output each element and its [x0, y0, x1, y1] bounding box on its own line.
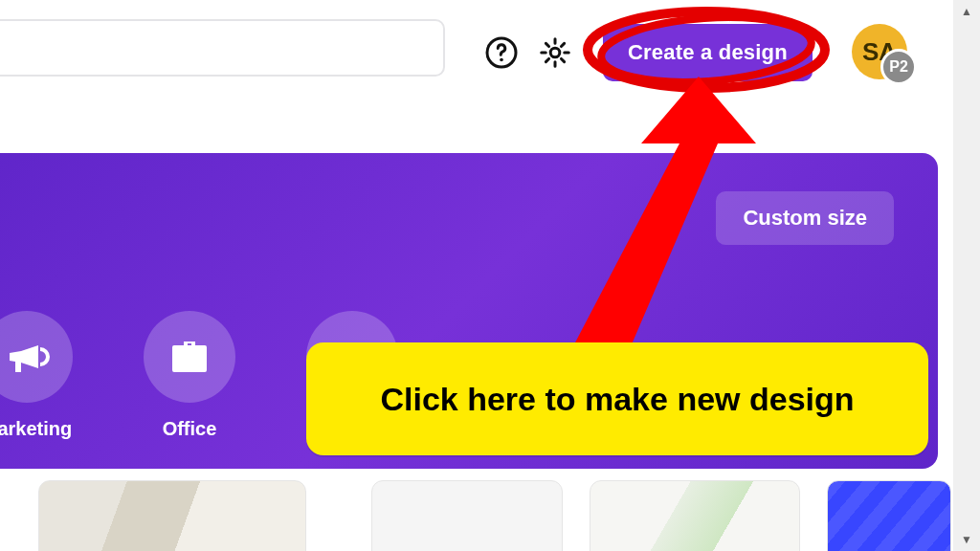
top-bar: Create a design SA P2 — [0, 0, 953, 105]
help-icon[interactable] — [482, 33, 521, 72]
custom-size-label: Custom size — [743, 206, 867, 230]
create-design-button[interactable]: Create a design — [603, 24, 813, 81]
svg-point-2 — [550, 48, 560, 57]
scroll-up-arrow-icon[interactable]: ▲ — [953, 0, 980, 23]
briefcase-icon — [144, 311, 235, 403]
vertical-scrollbar[interactable]: ▲ ▼ — [953, 0, 980, 551]
category-office[interactable]: Office — [144, 311, 235, 440]
custom-size-button[interactable]: Custom size — [716, 191, 894, 245]
svg-point-1 — [500, 58, 503, 62]
create-design-label: Create a design — [628, 40, 788, 65]
template-thumb[interactable] — [590, 480, 800, 551]
annotation-callout: Click here to make new design — [306, 342, 928, 455]
template-thumbnails — [0, 480, 953, 551]
app-viewport: Create a design SA P2 Custom size Market… — [0, 0, 953, 551]
avatar-badge-text: P2 — [889, 58, 908, 76]
scroll-down-arrow-icon[interactable]: ▼ — [953, 528, 980, 551]
template-thumb[interactable] — [371, 480, 563, 551]
user-avatar[interactable]: SA P2 — [852, 24, 907, 79]
avatar-plan-badge: P2 — [880, 49, 917, 85]
megaphone-icon — [0, 311, 73, 403]
category-marketing[interactable]: Marketing — [0, 311, 73, 440]
annotation-callout-text: Click here to make new design — [380, 381, 854, 418]
category-label: Marketing — [0, 418, 72, 440]
template-thumb[interactable] — [827, 480, 951, 551]
search-input[interactable] — [0, 19, 445, 77]
settings-icon[interactable] — [536, 33, 574, 72]
category-label: Office — [163, 418, 217, 440]
template-thumb[interactable] — [38, 480, 306, 551]
